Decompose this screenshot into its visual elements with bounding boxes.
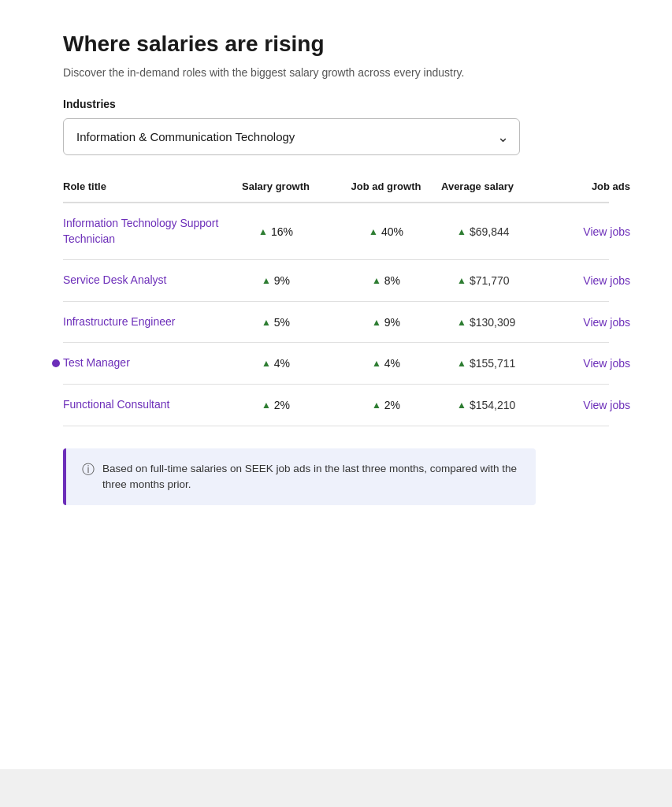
role-link-service-desk[interactable]: Service Desk Analyst bbox=[63, 273, 221, 288]
average-salary-cell-0: ▲ $69,844 bbox=[441, 225, 567, 238]
average-salary-value-2: $130,309 bbox=[470, 316, 515, 329]
view-jobs-link-4[interactable]: View jobs bbox=[567, 399, 630, 411]
info-box-text: Based on full-time salaries on SEEK job … bbox=[102, 461, 520, 493]
salary-growth-value-4: 2% bbox=[274, 399, 290, 411]
up-arrow-icon: ▲ bbox=[262, 358, 271, 369]
job-ad-growth-cell-3: ▲ 4% bbox=[331, 357, 441, 370]
average-salary-cell-1: ▲ $71,770 bbox=[441, 274, 567, 287]
new-indicator-badge bbox=[52, 359, 60, 367]
page-title: Where salaries are rising bbox=[63, 32, 609, 57]
up-arrow-icon: ▲ bbox=[262, 400, 271, 411]
view-jobs-cell-2: View jobs bbox=[567, 316, 630, 329]
average-salary-cell-3: ▲ $155,711 bbox=[441, 357, 567, 370]
salary-growth-cell-4: ▲ 2% bbox=[221, 399, 331, 411]
up-arrow-icon: ▲ bbox=[372, 358, 381, 369]
up-arrow-icon: ▲ bbox=[262, 317, 271, 328]
salary-growth-value-0: 16% bbox=[271, 225, 293, 238]
salary-growth-value-2: 5% bbox=[274, 316, 290, 329]
info-box: ⓘ Based on full-time salaries on SEEK jo… bbox=[63, 448, 536, 506]
up-arrow-icon: ▲ bbox=[457, 317, 466, 328]
col-header-job-ad-growth: Job ad growth bbox=[331, 180, 441, 192]
table-row: Infrastructure Engineer ▲ 5% ▲ 9% ▲ $130… bbox=[63, 302, 609, 344]
bottom-bar bbox=[0, 769, 672, 807]
job-ad-growth-value-1: 8% bbox=[384, 274, 400, 287]
view-jobs-link-3[interactable]: View jobs bbox=[567, 357, 630, 370]
salary-growth-cell-3: ▲ 4% bbox=[221, 357, 331, 370]
col-header-salary-growth: Salary growth bbox=[221, 180, 331, 192]
salary-growth-cell-1: ▲ 9% bbox=[221, 274, 331, 287]
industries-label: Industries bbox=[63, 98, 609, 110]
info-icon: ⓘ bbox=[82, 462, 95, 478]
job-ad-growth-cell-0: ▲ 40% bbox=[331, 225, 441, 238]
table-row: Information Technology Support Technicia… bbox=[63, 203, 609, 260]
view-jobs-cell-1: View jobs bbox=[567, 274, 630, 287]
job-ad-growth-cell-2: ▲ 9% bbox=[331, 316, 441, 329]
salary-growth-cell-0: ▲ 16% bbox=[221, 225, 331, 238]
role-cell-test-manager: Test Manager bbox=[63, 355, 221, 371]
average-salary-value-0: $69,844 bbox=[470, 225, 510, 238]
up-arrow-icon: ▲ bbox=[457, 400, 466, 411]
role-link-functional-consultant[interactable]: Functional Consultant bbox=[63, 397, 221, 413]
salary-growth-cell-2: ▲ 5% bbox=[221, 316, 331, 329]
role-link-it-support[interactable]: Information Technology Support Technicia… bbox=[63, 216, 221, 247]
industry-dropdown-wrapper: Information & Communication TechnologyHe… bbox=[63, 118, 609, 155]
up-arrow-icon: ▲ bbox=[372, 275, 381, 286]
view-jobs-cell-4: View jobs bbox=[567, 399, 630, 411]
table-row: Service Desk Analyst ▲ 9% ▲ 8% ▲ $71,770… bbox=[63, 260, 609, 302]
salary-table: Role title Salary growth Job ad growth A… bbox=[63, 180, 609, 426]
industry-select[interactable]: Information & Communication TechnologyHe… bbox=[63, 118, 520, 155]
view-jobs-cell-0: View jobs bbox=[567, 225, 630, 238]
average-salary-cell-4: ▲ $154,210 bbox=[441, 399, 567, 411]
view-jobs-link-1[interactable]: View jobs bbox=[567, 274, 630, 287]
up-arrow-icon: ▲ bbox=[457, 226, 466, 237]
job-ad-growth-cell-1: ▲ 8% bbox=[331, 274, 441, 287]
page-subtitle: Discover the in-demand roles with the bi… bbox=[63, 66, 609, 79]
job-ad-growth-value-0: 40% bbox=[381, 225, 403, 238]
table-row: Functional Consultant ▲ 2% ▲ 2% ▲ $154,2… bbox=[63, 385, 609, 426]
col-header-job-ads: Job ads bbox=[567, 180, 630, 192]
up-arrow-icon: ▲ bbox=[457, 358, 466, 369]
average-salary-cell-2: ▲ $130,309 bbox=[441, 316, 567, 329]
job-ad-growth-value-3: 4% bbox=[384, 357, 400, 370]
view-jobs-link-0[interactable]: View jobs bbox=[567, 225, 630, 238]
job-ad-growth-value-4: 2% bbox=[384, 399, 400, 411]
average-salary-value-3: $155,711 bbox=[470, 357, 515, 370]
salary-growth-value-1: 9% bbox=[274, 274, 290, 287]
average-salary-value-1: $71,770 bbox=[470, 274, 510, 287]
job-ad-growth-value-2: 9% bbox=[384, 316, 400, 329]
table-row: Test Manager ▲ 4% ▲ 4% ▲ $155,711 View j… bbox=[63, 343, 609, 385]
salary-growth-value-3: 4% bbox=[274, 357, 290, 370]
table-header: Role title Salary growth Job ad growth A… bbox=[63, 180, 609, 203]
role-link-test-manager[interactable]: Test Manager bbox=[63, 356, 130, 369]
col-header-role-title: Role title bbox=[63, 180, 221, 192]
up-arrow-icon: ▲ bbox=[372, 317, 381, 328]
up-arrow-icon: ▲ bbox=[262, 275, 271, 286]
up-arrow-icon: ▲ bbox=[457, 275, 466, 286]
up-arrow-icon: ▲ bbox=[369, 226, 378, 237]
up-arrow-icon: ▲ bbox=[258, 226, 268, 237]
average-salary-value-4: $154,210 bbox=[470, 399, 515, 411]
col-header-average-salary: Average salary bbox=[441, 180, 567, 192]
role-link-infrastructure-engineer[interactable]: Infrastructure Engineer bbox=[63, 314, 221, 330]
up-arrow-icon: ▲ bbox=[372, 400, 381, 411]
job-ad-growth-cell-4: ▲ 2% bbox=[331, 399, 441, 411]
view-jobs-cell-3: View jobs bbox=[567, 357, 630, 370]
view-jobs-link-2[interactable]: View jobs bbox=[567, 316, 630, 329]
